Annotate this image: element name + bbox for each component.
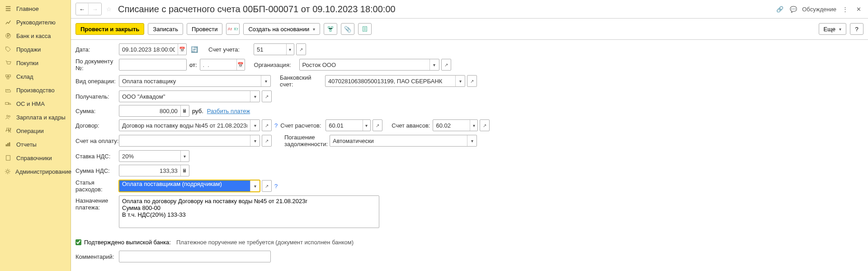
dropdown-icon[interactable] (180, 151, 189, 162)
sidebar-item-manager[interactable]: Руководителю (0, 15, 71, 29)
dropdown-icon[interactable] (261, 76, 270, 86)
dropdown-icon[interactable] (250, 120, 259, 131)
date-input[interactable] (119, 44, 178, 55)
optype-input[interactable] (119, 76, 261, 86)
advance-ext[interactable] (480, 119, 490, 131)
recipient-field[interactable] (119, 90, 260, 102)
contract-field[interactable] (119, 119, 260, 131)
dtkt-button[interactable]: АтКт (226, 23, 240, 35)
dropdown-icon[interactable] (286, 44, 294, 55)
external-icon[interactable] (262, 181, 271, 191)
external-icon[interactable] (480, 120, 489, 131)
discussion-label[interactable]: Обсуждение (802, 6, 836, 13)
dropdown-icon[interactable] (429, 59, 439, 70)
calendar-icon[interactable] (178, 44, 186, 55)
account-input[interactable] (254, 44, 286, 55)
dropdown-icon[interactable] (250, 91, 259, 102)
purpose-textarea[interactable] (119, 195, 379, 228)
invoice-ext[interactable] (262, 135, 272, 147)
kebab-icon[interactable]: ⋮ (840, 4, 850, 14)
recipient-ext[interactable] (262, 90, 272, 102)
create-based-button[interactable]: Создать на основании (243, 23, 320, 35)
forward-button[interactable]: → (89, 3, 101, 15)
comment-input[interactable] (119, 251, 270, 262)
help-icon[interactable]: ? (274, 183, 278, 190)
optype-field[interactable] (119, 75, 271, 87)
dropdown-icon[interactable] (455, 76, 465, 86)
contract-input[interactable] (119, 120, 250, 131)
sidebar-item-production[interactable]: Производство (0, 83, 71, 97)
calculator-icon[interactable] (180, 165, 189, 176)
date-field[interactable] (119, 43, 187, 55)
external-icon[interactable] (297, 44, 306, 55)
contract-ext[interactable] (262, 119, 272, 131)
bankacct-field[interactable] (325, 75, 465, 87)
docno-date-field[interactable] (200, 59, 245, 71)
sidebar-item-warehouse[interactable]: Склад (0, 70, 71, 83)
more-button[interactable]: Еще (819, 23, 846, 35)
link-icon[interactable]: 🔗 (775, 4, 785, 14)
sidebar-item-reports[interactable]: Отчеты (0, 138, 71, 151)
post-close-button[interactable]: Провести и закрыть (75, 23, 144, 35)
expense-input[interactable]: Оплата поставщикам (подрядчикам) (119, 181, 250, 191)
split-payment-link[interactable]: Разбить платеж (207, 108, 250, 114)
list-button[interactable] (358, 23, 372, 35)
settle-field[interactable] (326, 119, 371, 131)
settle-ext[interactable] (373, 119, 382, 131)
sidebar-item-operations[interactable]: ДтКт Операции (0, 124, 71, 138)
sidebar-item-main[interactable]: Главное (0, 2, 71, 15)
save-button[interactable]: Записать (148, 23, 183, 35)
attach-button[interactable]: 📎 (341, 23, 354, 35)
org-field[interactable] (299, 59, 439, 71)
calendar-icon[interactable] (236, 59, 245, 70)
advance-input[interactable] (433, 120, 469, 131)
sidebar-item-sales[interactable]: Продажи (0, 43, 71, 56)
back-button[interactable]: ← (76, 3, 89, 15)
sidebar-item-os[interactable]: ОС и НМА (0, 97, 71, 110)
sidebar-item-admin[interactable]: Администрирование (0, 165, 71, 178)
external-icon[interactable] (262, 135, 271, 146)
org-input[interactable] (300, 59, 429, 70)
comment-field[interactable] (119, 251, 271, 262)
external-icon[interactable] (442, 59, 451, 70)
vatsum-input[interactable] (119, 165, 180, 176)
post-button[interactable]: Провести (187, 23, 223, 35)
account-field[interactable] (254, 43, 294, 55)
account-ext[interactable] (296, 43, 306, 55)
docno-field[interactable] (119, 59, 187, 71)
dropdown-icon[interactable] (467, 135, 476, 146)
invoice-input[interactable] (119, 135, 250, 146)
confirmed-checkbox[interactable] (75, 239, 81, 245)
external-icon[interactable] (262, 91, 271, 102)
org-ext[interactable] (441, 59, 451, 71)
sum-field[interactable] (119, 105, 189, 117)
sum-input[interactable] (119, 105, 180, 116)
debt-field[interactable] (330, 135, 477, 147)
debt-input[interactable] (330, 135, 467, 146)
settle-input[interactable] (326, 120, 362, 131)
help-icon[interactable]: ? (274, 122, 278, 129)
advance-field[interactable] (433, 119, 478, 131)
sidebar-item-refs[interactable]: Справочники (0, 151, 71, 165)
refresh-icon[interactable]: 🔄 (189, 44, 199, 54)
vatrate-input[interactable] (119, 151, 180, 162)
favorite-star-icon[interactable]: ☆ (104, 6, 113, 13)
sidebar-item-salary[interactable]: Зарплата и кадры (0, 110, 71, 124)
dropdown-icon[interactable] (363, 120, 371, 131)
external-icon[interactable] (373, 120, 382, 131)
docno-date-input[interactable] (200, 59, 236, 70)
dropdown-icon[interactable] (250, 181, 259, 191)
external-icon[interactable] (262, 120, 271, 131)
expense-ext[interactable] (262, 180, 272, 192)
external-icon[interactable] (467, 76, 476, 86)
sidebar-item-purchases[interactable]: Покупки (0, 56, 71, 70)
vatsum-field[interactable] (119, 165, 189, 176)
structure-button[interactable] (324, 23, 337, 35)
recipient-input[interactable] (119, 91, 250, 102)
sidebar-item-bank[interactable]: ₽ Банк и касса (0, 29, 71, 43)
discussion-icon[interactable]: 💬 (788, 4, 798, 14)
help-button[interactable]: ? (850, 23, 863, 35)
calculator-icon[interactable] (180, 105, 189, 116)
docno-input[interactable] (119, 59, 186, 70)
expense-field[interactable]: Оплата поставщикам (подрядчикам) (119, 180, 260, 192)
